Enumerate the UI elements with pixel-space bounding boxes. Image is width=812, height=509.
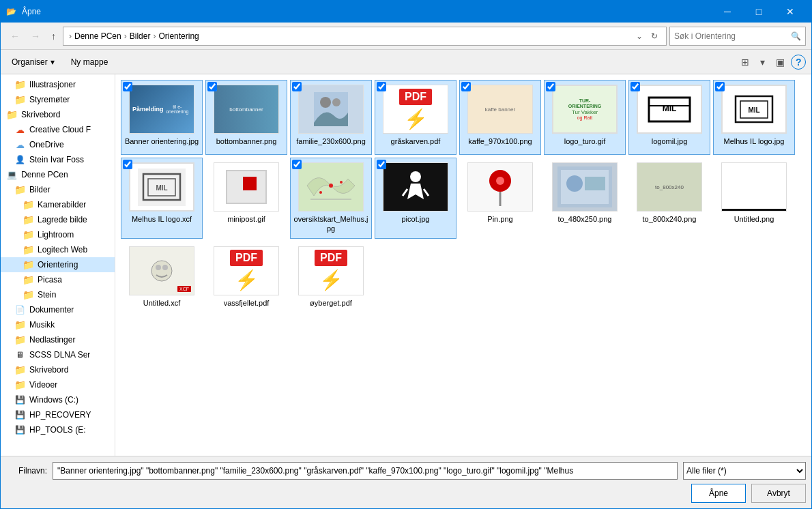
file-item[interactable]: MIL Melhus IL logo.xcf <box>121 158 203 239</box>
folder-icon: 📁 <box>6 109 17 120</box>
sidebar-item-stein[interactable]: 📁 Stein <box>1 287 115 302</box>
up-button[interactable]: ↑ <box>47 28 60 44</box>
file-item[interactable]: PDF ⚡ vassfjellet.pdf <box>205 242 287 317</box>
file-name: Melhus IL logo.xcf <box>132 214 192 224</box>
file-item[interactable]: XCF Untitled.xcf <box>121 242 203 317</box>
cancel-button[interactable]: Avbryt <box>751 484 806 503</box>
sidebar-label: Lightroom <box>38 230 74 239</box>
sidebar-item-denne-pcen[interactable]: 💻 Denne PCen <box>1 167 115 182</box>
file-item[interactable]: kaffe banner kaffe_970x100.png <box>459 80 541 155</box>
file-item[interactable]: TUR-ORIENTERING Tur Vakker og Ratt logo_… <box>544 80 626 155</box>
view-grid-button[interactable]: ⊞ <box>736 54 754 70</box>
folder-icon: 📁 <box>14 334 25 345</box>
address-bar[interactable]: › Denne PCen › Bilder › Orientering ⌄ ↻ <box>63 27 667 46</box>
file-item[interactable]: PDF ⚡ gråskarven.pdf <box>375 80 456 155</box>
sidebar-item-picasa[interactable]: 📁 Picasa <box>1 272 115 287</box>
action-bar: Organiser ▾ Ny mappe ⊞ ▾ ▣ ? <box>1 50 811 74</box>
organize-button[interactable]: Organiser ▾ <box>6 55 60 70</box>
sidebar-label: Styremøter <box>29 95 70 104</box>
file-item[interactable]: picot.jpg <box>375 158 456 239</box>
sidebar-item-stein-ivar-foss[interactable]: 👤 Stein Ivar Foss <box>1 152 115 167</box>
maximize-button[interactable]: □ <box>743 1 774 23</box>
file-checkbox[interactable] <box>630 82 640 91</box>
filename-row: Filnavn: Alle filer (*) <box>6 462 806 480</box>
sidebar-item-lightroom[interactable]: 📁 Lightroom <box>1 227 115 242</box>
svg-point-24 <box>566 175 583 192</box>
title-bar-controls: ─ □ ✕ <box>712 1 806 23</box>
svg-point-1 <box>320 97 331 108</box>
file-item[interactable]: oversiktskart_Melhus.jpg <box>290 158 372 239</box>
sidebar-item-hp-recovery[interactable]: 💾 HP_RECOVERY <box>1 407 115 422</box>
search-input[interactable] <box>674 31 788 41</box>
back-button[interactable]: ← <box>6 28 24 44</box>
file-item[interactable]: MIL logomil.jpg <box>628 80 710 155</box>
file-item[interactable]: bottombanner bottombanner.png <box>205 80 287 155</box>
sidebar-item-lagrede-bilder[interactable]: 📁 Lagrede bilde <box>1 212 115 227</box>
sidebar-item-videoer[interactable]: 📁 Videoer <box>1 377 115 392</box>
file-checkbox[interactable] <box>377 160 386 169</box>
file-item[interactable]: MIL Melhus IL logo.jpg <box>713 80 795 155</box>
close-button[interactable]: ✕ <box>774 1 806 23</box>
sidebar-item-scss-dlna[interactable]: 🖥 SCSS DLNA Ser <box>1 347 115 362</box>
file-item[interactable]: to_480x250.png <box>544 158 626 239</box>
sidebar-item-kamerabilder[interactable]: 📁 Kamerabilder <box>1 197 115 212</box>
address-dropdown[interactable]: ⌄ <box>633 30 646 42</box>
sidebar-item-creative-cloud[interactable]: ☁ Creative Cloud F <box>1 122 115 137</box>
forward-button[interactable]: → <box>27 28 44 44</box>
file-checkbox[interactable] <box>461 82 471 91</box>
minimize-button[interactable]: ─ <box>712 1 743 23</box>
sidebar-item-windows-c[interactable]: 💾 Windows (C:) <box>1 392 115 407</box>
folder-icon: 📁 <box>23 244 33 255</box>
filetype-select[interactable]: Alle filer (*) <box>683 462 806 480</box>
preview-pane-button[interactable]: ▣ <box>771 54 789 70</box>
sidebar-label: Nedlastinger <box>29 335 75 345</box>
sidebar-item-hp-tools[interactable]: 💾 HP_TOOLS (E: <box>1 422 115 437</box>
file-checkbox[interactable] <box>292 160 302 169</box>
sidebar-item-styremøter[interactable]: 📁 Styremøter <box>1 92 115 107</box>
folder-icon: 📁 <box>14 184 25 195</box>
sidebar-label: Lagrede bilde <box>38 215 87 224</box>
title-bar-left: 📂 Åpne <box>6 7 41 16</box>
filename-label: Filnavn: <box>6 466 47 476</box>
file-item[interactable]: Påmelding til e-orientering Banner orien… <box>121 80 203 155</box>
sidebar-item-nedlastinger[interactable]: 📁 Nedlastinger <box>1 332 115 347</box>
file-item[interactable]: Untitled.png <box>713 158 795 239</box>
new-folder-button[interactable]: Ny mappe <box>66 55 114 70</box>
sidebar-item-skrivebord[interactable]: 📁 Skrivebord <box>1 107 115 122</box>
file-item[interactable]: minipost.gif <box>205 158 287 239</box>
view-chevron-button[interactable]: ▾ <box>755 54 770 70</box>
svg-text:MIL: MIL <box>156 184 167 192</box>
network-icon: 🖥 <box>14 349 25 360</box>
file-checkbox[interactable] <box>123 82 132 91</box>
open-button[interactable]: Åpne <box>691 484 746 503</box>
file-thumbnail: bottombanner <box>214 85 279 134</box>
file-item[interactable]: PDF ⚡ øyberget.pdf <box>290 242 372 317</box>
file-checkbox[interactable] <box>546 82 555 91</box>
path-bilder: Bilder <box>130 31 151 41</box>
sidebar-item-illustrasjoner[interactable]: 📁 Illustrasjoner <box>1 77 115 92</box>
file-checkbox[interactable] <box>377 82 386 91</box>
file-item[interactable]: Pin.png <box>459 158 541 239</box>
file-item[interactable]: to_800x240 to_800x240.png <box>628 158 710 239</box>
folder-icon: 📁 <box>23 259 33 270</box>
file-checkbox[interactable] <box>207 82 217 91</box>
file-checkbox[interactable] <box>292 82 302 91</box>
folder-icon: 📁 <box>14 94 25 105</box>
help-button[interactable]: ? <box>791 55 806 70</box>
view-controls: ⊞ ▾ ▣ ? <box>736 54 806 70</box>
sidebar-item-musikk[interactable]: 📁 Musikk <box>1 317 115 332</box>
sidebar-item-logitech[interactable]: 📁 Logitech Web <box>1 242 115 257</box>
sidebar-label: HP_RECOVERY <box>29 410 91 420</box>
file-item[interactable]: familie_230x600.png <box>290 80 372 155</box>
sidebar-item-onedrive[interactable]: ☁ OneDrive <box>1 137 115 152</box>
sidebar-item-bilder[interactable]: 📁 Bilder <box>1 182 115 197</box>
sidebar-item-dokumenter[interactable]: 📄 Dokumenter <box>1 302 115 317</box>
address-refresh[interactable]: ↻ <box>648 30 661 42</box>
sidebar-label: SCSS DLNA Ser <box>29 350 90 360</box>
sidebar-label: Skrivebord <box>21 110 60 119</box>
file-checkbox[interactable] <box>715 82 725 91</box>
file-checkbox[interactable] <box>123 160 132 169</box>
sidebar-item-skrivebord2[interactable]: 📁 Skrivebord <box>1 362 115 377</box>
filename-input[interactable] <box>53 462 678 480</box>
sidebar-item-orientering[interactable]: 📁 Orientering <box>1 257 115 272</box>
